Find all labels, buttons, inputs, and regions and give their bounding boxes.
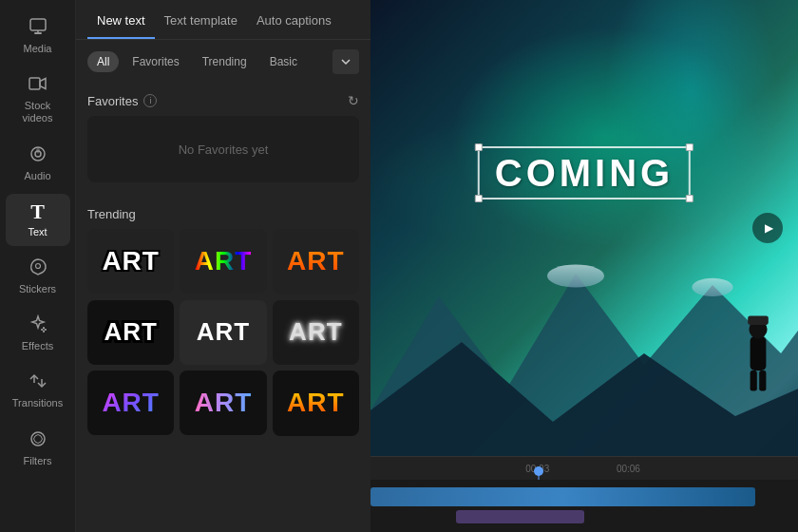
sidebar-item-transitions-label: Transitions bbox=[12, 397, 63, 409]
filter-row: All Favorites Trending Basic bbox=[76, 40, 370, 84]
svg-rect-15 bbox=[750, 370, 757, 391]
tab-auto-captions[interactable]: Auto captions bbox=[247, 0, 341, 39]
sidebar-item-stock[interactable]: Stock videos bbox=[6, 66, 70, 132]
svg-rect-16 bbox=[759, 370, 766, 391]
svg-rect-0 bbox=[30, 19, 46, 30]
stock-videos-icon bbox=[28, 74, 48, 96]
text-style-9[interactable]: ART bbox=[273, 370, 359, 436]
trending-title: Trending bbox=[87, 207, 136, 221]
text-style-5[interactable]: ART bbox=[180, 300, 266, 365]
audio-icon bbox=[28, 144, 48, 166]
favorites-title: Favorites i bbox=[87, 94, 157, 108]
favorites-section-header: Favorites i ↻ bbox=[87, 84, 359, 116]
timeline-tracks bbox=[370, 480, 798, 532]
filter-trending[interactable]: Trending bbox=[193, 51, 256, 72]
text-icon: T bbox=[30, 201, 45, 222]
favorites-empty: No Favorites yet bbox=[87, 116, 359, 182]
canvas-area: COMING ▶ 00:03 00:06 bbox=[370, 0, 798, 532]
sidebar-item-media[interactable]: Media bbox=[6, 10, 70, 63]
panel-content: Favorites i ↻ No Favorites yet Trending … bbox=[76, 84, 370, 532]
svg-rect-3 bbox=[29, 78, 40, 89]
sidebar-item-filters[interactable]: Filters bbox=[6, 422, 70, 475]
filter-more-button[interactable] bbox=[332, 49, 359, 74]
text-styles-grid: ART ART ART ART ART ART AR bbox=[87, 229, 359, 436]
text-style-7[interactable]: ART bbox=[87, 370, 174, 435]
mountain-silhouette bbox=[370, 205, 798, 456]
timeline-ruler: 00:03 00:06 bbox=[370, 457, 798, 480]
svg-rect-14 bbox=[748, 315, 769, 325]
timeline-mark-1: 00:06 bbox=[617, 464, 640, 474]
filter-favorites[interactable]: Favorites bbox=[123, 51, 188, 72]
trending-section-header: Trending bbox=[87, 198, 359, 229]
text-style-2[interactable]: ART bbox=[180, 229, 266, 294]
coming-text: COMING bbox=[495, 152, 674, 194]
text-overlay-container[interactable]: COMING bbox=[478, 146, 691, 200]
sidebar-item-text[interactable]: T Text bbox=[6, 194, 70, 246]
handle-bl[interactable] bbox=[475, 195, 483, 202]
sidebar-item-stickers-label: Stickers bbox=[19, 283, 56, 295]
sidebar-item-media-label: Media bbox=[24, 43, 52, 55]
sidebar-item-text-label: Text bbox=[28, 226, 47, 238]
tab-text-template[interactable]: Text template bbox=[155, 0, 247, 39]
timeline-mark-0: 00:03 bbox=[525, 464, 549, 474]
refresh-icon[interactable]: ↻ bbox=[348, 93, 359, 108]
effects-icon bbox=[28, 314, 48, 336]
text-style-8[interactable]: ART bbox=[180, 370, 266, 435]
transitions-icon bbox=[28, 371, 48, 393]
text-style-1[interactable]: ART bbox=[87, 229, 174, 294]
sidebar-item-filters-label: Filters bbox=[24, 455, 52, 467]
text-style-6[interactable]: ART bbox=[273, 300, 359, 366]
handle-tl[interactable] bbox=[475, 143, 483, 151]
stickers-icon bbox=[28, 257, 48, 279]
sidebar-item-transitions[interactable]: Transitions bbox=[6, 364, 70, 417]
sidebar-item-stock-label: Stock videos bbox=[23, 100, 53, 124]
tab-new-text[interactable]: New text bbox=[87, 0, 155, 39]
media-icon bbox=[28, 17, 48, 39]
svg-rect-1 bbox=[34, 32, 42, 34]
svg-point-10 bbox=[547, 264, 604, 287]
sidebar-item-audio-label: Audio bbox=[24, 170, 50, 182]
favorites-info-icon[interactable]: i bbox=[143, 94, 157, 107]
selection-box: COMING bbox=[478, 146, 691, 200]
panel-tabs: New text Text template Auto captions bbox=[76, 0, 370, 40]
filter-basic[interactable]: Basic bbox=[260, 51, 307, 72]
timeline: 00:03 00:06 bbox=[370, 456, 798, 532]
svg-point-6 bbox=[35, 263, 40, 268]
video-background: COMING ▶ bbox=[370, 0, 798, 456]
filter-all[interactable]: All bbox=[87, 51, 119, 72]
play-button[interactable]: ▶ bbox=[752, 213, 783, 243]
handle-tr[interactable] bbox=[686, 143, 694, 151]
sidebar: Media Stock videos Audio T Text bbox=[0, 0, 76, 532]
video-canvas[interactable]: COMING ▶ bbox=[370, 0, 798, 456]
svg-rect-12 bbox=[750, 336, 767, 370]
text-track[interactable] bbox=[456, 510, 584, 523]
text-style-4[interactable]: ART bbox=[87, 300, 174, 365]
filters-icon bbox=[28, 429, 48, 451]
sidebar-item-stickers[interactable]: Stickers bbox=[6, 250, 70, 303]
video-track[interactable] bbox=[370, 487, 755, 506]
sidebar-item-effects[interactable]: Effects bbox=[6, 307, 70, 360]
handle-br[interactable] bbox=[686, 195, 694, 202]
svg-point-11 bbox=[692, 278, 732, 296]
text-style-3[interactable]: ART bbox=[273, 229, 359, 294]
sidebar-item-audio[interactable]: Audio bbox=[6, 137, 70, 190]
sidebar-item-effects-label: Effects bbox=[22, 340, 53, 352]
text-panel: New text Text template Auto captions All… bbox=[76, 0, 370, 532]
